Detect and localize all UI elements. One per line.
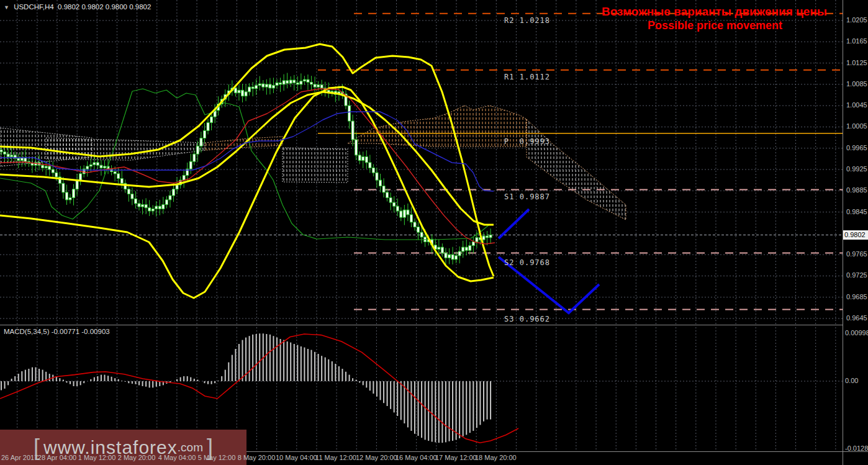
price-tick: 1.0205 <box>846 16 867 24</box>
watermark-tld: .com <box>178 441 203 454</box>
ohlc-readout: 0.9802 0.9802 0.9800 0.9802 <box>58 3 151 11</box>
current-price-badge: 0.9802 <box>843 230 868 240</box>
time-tick: 10 May 04:00 <box>276 454 317 462</box>
time-tick: 5 May 12:00 <box>196 454 237 462</box>
indicator-curves <box>0 44 495 298</box>
price-tick: 1.0045 <box>846 101 867 109</box>
price-tick: 0.9725 <box>846 271 867 279</box>
green-channel-line <box>0 89 489 240</box>
level-label-s1: S1 0.9887 <box>504 192 550 201</box>
chart-surface[interactable] <box>0 0 868 465</box>
time-tick: 28 Apr 04:00 <box>37 454 78 462</box>
cloud-mid-2 <box>283 148 348 183</box>
bollinger-upper <box>0 44 494 276</box>
level-label-s2: S2 0.9768 <box>504 258 550 267</box>
level-label-r2: R2 1.0218 <box>504 16 550 25</box>
mt4-chart-window: ▼ USDCHF,H4 0.9802 0.9802 0.9800 0.9802 … <box>0 0 868 465</box>
time-tick: 26 Apr 2017 <box>1 454 38 462</box>
price-tick: 0.9965 <box>846 144 867 152</box>
level-label-r1: R1 1.0112 <box>504 73 550 81</box>
macd-tick: 0.00998 <box>845 329 868 337</box>
cloud-left-2 <box>46 138 205 160</box>
price-tick: 0.9765 <box>846 250 867 258</box>
macd-label: MACD(5,34,5) -0.00771 -0.00903 <box>4 328 110 335</box>
macd-tick: -0.01288 <box>845 445 868 453</box>
price-tick: 1.0165 <box>846 37 867 45</box>
symbol-timeframe: USDCHF,H4 <box>14 3 54 11</box>
time-tick: 4 May 04:00 <box>156 454 197 462</box>
macd-indicator <box>0 333 518 443</box>
symbol-dropdown-icon[interactable]: ▼ <box>4 4 9 11</box>
time-tick: 2 May 20:00 <box>116 454 157 462</box>
level-label-p: P 0.9993 <box>504 137 550 146</box>
time-tick: 11 May 12:00 <box>315 454 356 462</box>
time-tick: 1 May 12:00 <box>76 454 117 462</box>
chart-title: ▼ USDCHF,H4 0.9802 0.9802 0.9800 0.9802 <box>4 3 151 11</box>
price-tick: 0.9925 <box>846 165 867 173</box>
price-tick: 1.0005 <box>846 122 867 130</box>
annotation-en: Possible price movement <box>648 19 782 32</box>
time-tick: 18 May 20:00 <box>475 454 516 462</box>
ma-red <box>0 89 495 244</box>
price-tick: 0.9845 <box>846 208 867 216</box>
price-tick: 0.9685 <box>846 293 867 301</box>
price-tick: 1.0085 <box>846 80 867 88</box>
time-tick: 17 May 12:00 <box>435 454 476 462</box>
level-label-s3: S3 0.9662 <box>504 315 550 323</box>
price-tick: 1.0125 <box>846 59 867 67</box>
time-tick: 12 May 20:00 <box>356 454 397 462</box>
macd-tick: 0.00 <box>845 377 858 385</box>
time-tick: 8 May 20:00 <box>236 454 277 462</box>
annotation-ru: Возможные варианты движения цены <box>602 5 827 19</box>
price-tick: 0.9885 <box>846 186 867 194</box>
time-tick: 16 May 04:00 <box>396 454 436 462</box>
price-tick: 0.9645 <box>846 314 867 322</box>
